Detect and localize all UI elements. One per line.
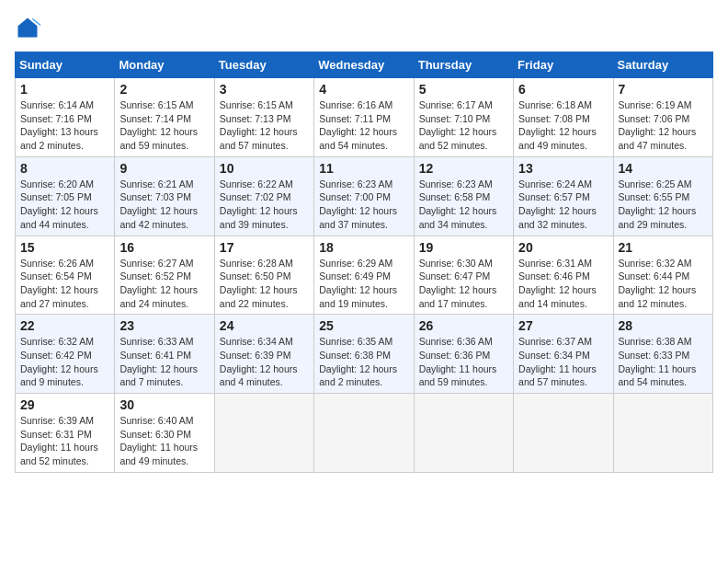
page-header [15, 15, 713, 40]
day-number: 10 [220, 161, 309, 176]
calendar-cell: 9Sunrise: 6:21 AMSunset: 7:03 PMDaylight… [115, 156, 214, 236]
cell-info: Sunrise: 6:36 AMSunset: 6:36 PMDaylight:… [419, 335, 508, 389]
calendar-cell: 23Sunrise: 6:33 AMSunset: 6:41 PMDayligh… [115, 315, 214, 394]
cell-info: Sunrise: 6:15 AMSunset: 7:13 PMDaylight:… [220, 98, 309, 153]
calendar-cell: 10Sunrise: 6:22 AMSunset: 7:02 PMDayligh… [214, 156, 313, 236]
cell-info: Sunrise: 6:23 AMSunset: 7:00 PMDaylight:… [319, 178, 408, 232]
day-number: 23 [119, 318, 209, 333]
calendar-cell: 6Sunrise: 6:18 AMSunset: 7:08 PMDaylight… [514, 78, 613, 157]
day-number: 5 [419, 82, 508, 97]
cell-info: Sunrise: 6:15 AMSunset: 7:14 PMDaylight:… [119, 98, 209, 153]
day-number: 15 [20, 240, 109, 255]
day-number: 13 [518, 161, 608, 176]
calendar-cell: 11Sunrise: 6:23 AMSunset: 7:00 PMDayligh… [314, 156, 414, 236]
calendar-cell: 2Sunrise: 6:15 AMSunset: 7:14 PMDaylight… [115, 78, 214, 157]
cell-info: Sunrise: 6:31 AMSunset: 6:46 PMDaylight:… [518, 257, 608, 311]
day-number: 8 [20, 161, 109, 176]
calendar-cell: 17Sunrise: 6:28 AMSunset: 6:50 PMDayligh… [214, 236, 313, 315]
day-number: 20 [518, 240, 608, 255]
cell-info: Sunrise: 6:29 AMSunset: 6:49 PMDaylight:… [319, 257, 408, 311]
calendar-cell: 1Sunrise: 6:14 AMSunset: 7:16 PMDaylight… [16, 78, 115, 157]
calendar-cell: 21Sunrise: 6:32 AMSunset: 6:44 PMDayligh… [613, 236, 712, 315]
day-number: 6 [518, 82, 608, 97]
cell-info: Sunrise: 6:28 AMSunset: 6:50 PMDaylight:… [220, 257, 309, 311]
day-number: 2 [119, 82, 209, 97]
calendar-cell [514, 394, 613, 473]
calendar-week-5: 29Sunrise: 6:39 AMSunset: 6:31 PMDayligh… [16, 394, 713, 473]
calendar-cell [414, 394, 513, 473]
calendar-cell: 30Sunrise: 6:40 AMSunset: 6:30 PMDayligh… [115, 394, 214, 473]
cell-info: Sunrise: 6:32 AMSunset: 6:44 PMDaylight:… [619, 257, 708, 311]
day-number: 18 [319, 240, 408, 255]
col-header-monday: Monday [115, 52, 214, 78]
cell-info: Sunrise: 6:17 AMSunset: 7:10 PMDaylight:… [419, 98, 508, 153]
day-number: 21 [619, 240, 708, 255]
cell-info: Sunrise: 6:35 AMSunset: 6:38 PMDaylight:… [319, 335, 408, 389]
col-header-tuesday: Tuesday [214, 52, 313, 78]
cell-info: Sunrise: 6:22 AMSunset: 7:02 PMDaylight:… [220, 178, 309, 232]
day-number: 26 [419, 318, 508, 333]
calendar-cell: 20Sunrise: 6:31 AMSunset: 6:46 PMDayligh… [514, 236, 613, 315]
day-number: 9 [119, 161, 209, 176]
cell-info: Sunrise: 6:26 AMSunset: 6:54 PMDaylight:… [20, 257, 109, 311]
day-number: 4 [319, 82, 408, 97]
day-number: 30 [119, 397, 209, 412]
day-number: 3 [220, 82, 309, 97]
cell-info: Sunrise: 6:30 AMSunset: 6:47 PMDaylight:… [419, 257, 508, 311]
day-number: 1 [20, 82, 109, 97]
calendar-cell: 27Sunrise: 6:37 AMSunset: 6:34 PMDayligh… [514, 315, 613, 394]
calendar-cell: 15Sunrise: 6:26 AMSunset: 6:54 PMDayligh… [16, 236, 115, 315]
cell-info: Sunrise: 6:25 AMSunset: 6:55 PMDaylight:… [619, 178, 708, 232]
logo [15, 15, 44, 40]
day-number: 12 [419, 161, 508, 176]
calendar-week-1: 1Sunrise: 6:14 AMSunset: 7:16 PMDaylight… [16, 78, 713, 157]
cell-info: Sunrise: 6:18 AMSunset: 7:08 PMDaylight:… [518, 98, 608, 153]
calendar-cell: 28Sunrise: 6:38 AMSunset: 6:33 PMDayligh… [613, 315, 712, 394]
day-number: 24 [220, 318, 309, 333]
calendar-cell: 3Sunrise: 6:15 AMSunset: 7:13 PMDaylight… [214, 78, 313, 157]
cell-info: Sunrise: 6:21 AMSunset: 7:03 PMDaylight:… [119, 178, 209, 232]
col-header-thursday: Thursday [414, 52, 513, 78]
calendar-cell: 4Sunrise: 6:16 AMSunset: 7:11 PMDaylight… [314, 78, 414, 157]
calendar-cell: 12Sunrise: 6:23 AMSunset: 6:58 PMDayligh… [414, 156, 513, 236]
col-header-wednesday: Wednesday [314, 52, 414, 78]
calendar-cell: 22Sunrise: 6:32 AMSunset: 6:42 PMDayligh… [16, 315, 115, 394]
day-number: 11 [319, 161, 408, 176]
calendar-week-2: 8Sunrise: 6:20 AMSunset: 7:05 PMDaylight… [16, 156, 713, 236]
calendar-cell: 25Sunrise: 6:35 AMSunset: 6:38 PMDayligh… [314, 315, 414, 394]
cell-info: Sunrise: 6:34 AMSunset: 6:39 PMDaylight:… [220, 335, 309, 389]
cell-info: Sunrise: 6:19 AMSunset: 7:06 PMDaylight:… [619, 98, 708, 153]
calendar-cell [214, 394, 313, 473]
cell-info: Sunrise: 6:24 AMSunset: 6:57 PMDaylight:… [518, 178, 608, 232]
day-number: 7 [619, 82, 708, 97]
cell-info: Sunrise: 6:32 AMSunset: 6:42 PMDaylight:… [20, 335, 109, 389]
day-number: 25 [319, 318, 408, 333]
day-number: 22 [20, 318, 109, 333]
calendar-cell: 13Sunrise: 6:24 AMSunset: 6:57 PMDayligh… [514, 156, 613, 236]
col-header-sunday: Sunday [16, 52, 115, 78]
cell-info: Sunrise: 6:37 AMSunset: 6:34 PMDaylight:… [518, 335, 608, 389]
day-number: 29 [20, 397, 109, 412]
calendar-cell [314, 394, 414, 473]
calendar-cell: 14Sunrise: 6:25 AMSunset: 6:55 PMDayligh… [613, 156, 712, 236]
calendar-week-4: 22Sunrise: 6:32 AMSunset: 6:42 PMDayligh… [16, 315, 713, 394]
day-number: 28 [619, 318, 708, 333]
calendar-cell [613, 394, 712, 473]
calendar-cell: 18Sunrise: 6:29 AMSunset: 6:49 PMDayligh… [314, 236, 414, 315]
col-header-saturday: Saturday [613, 52, 712, 78]
calendar-cell: 19Sunrise: 6:30 AMSunset: 6:47 PMDayligh… [414, 236, 513, 315]
day-number: 17 [220, 240, 309, 255]
calendar-cell: 7Sunrise: 6:19 AMSunset: 7:06 PMDaylight… [613, 78, 712, 157]
cell-info: Sunrise: 6:14 AMSunset: 7:16 PMDaylight:… [20, 98, 109, 153]
day-number: 27 [518, 318, 608, 333]
cell-info: Sunrise: 6:20 AMSunset: 7:05 PMDaylight:… [20, 178, 109, 232]
calendar-cell: 16Sunrise: 6:27 AMSunset: 6:52 PMDayligh… [115, 236, 214, 315]
cell-info: Sunrise: 6:27 AMSunset: 6:52 PMDaylight:… [119, 257, 209, 311]
calendar-table: SundayMondayTuesdayWednesdayThursdayFrid… [15, 52, 713, 473]
day-number: 19 [419, 240, 508, 255]
cell-info: Sunrise: 6:38 AMSunset: 6:33 PMDaylight:… [619, 335, 708, 389]
cell-info: Sunrise: 6:40 AMSunset: 6:30 PMDaylight:… [119, 414, 209, 468]
calendar-cell: 8Sunrise: 6:20 AMSunset: 7:05 PMDaylight… [16, 156, 115, 236]
calendar-cell: 26Sunrise: 6:36 AMSunset: 6:36 PMDayligh… [414, 315, 513, 394]
calendar-cell: 29Sunrise: 6:39 AMSunset: 6:31 PMDayligh… [16, 394, 115, 473]
